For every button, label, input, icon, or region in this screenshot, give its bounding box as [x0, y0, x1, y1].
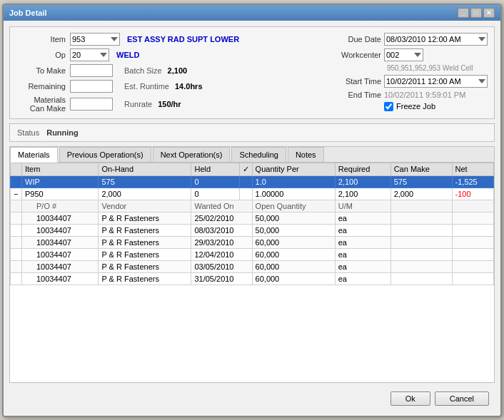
col-item: Item — [22, 163, 99, 175]
close-button[interactable]: ✕ — [483, 8, 495, 18]
freeze-job-label: Freeze Job — [396, 102, 435, 111]
um-cell: ea — [335, 212, 390, 224]
due-date-label: Due Date — [331, 35, 381, 43]
tab-next-ops[interactable]: Next Operation(s) — [153, 147, 231, 162]
open-qty-cell: 50,000 — [252, 212, 335, 224]
um-cell: ea — [335, 260, 390, 272]
sub-col-open-qty: Open Quantity — [252, 200, 335, 212]
materials-table: Item On-Hand Held ✓ Quantity Per Require… — [10, 163, 494, 285]
sub-col-vendor: Vendor — [99, 200, 191, 212]
remaining-input[interactable]: 2100 — [70, 80, 113, 93]
col-on-hand: On-Hand — [99, 163, 191, 175]
workcenter-note: 950,951,952,953 Weld Cell — [387, 64, 473, 72]
cancel-button[interactable]: Cancel — [435, 391, 489, 406]
table-header-row: Item On-Hand Held ✓ Quantity Per Require… — [11, 163, 494, 175]
end-time-value: 10/02/2011 9:59:01 PM — [384, 91, 465, 99]
wanted-cell: 31/05/2010 — [191, 272, 252, 285]
to-make-row: To Make 2100 Batch Size 2,100 — [16, 64, 317, 77]
held-cell: 0 — [191, 188, 239, 200]
materials-input[interactable]: 575 — [70, 98, 113, 111]
col-can-make: Can Make — [390, 163, 452, 175]
materials-row: Materials Can Make 575 Runrate 150/hr — [16, 96, 317, 113]
table-row[interactable]: 10034407 P & R Fasteners 08/03/2010 50,0… — [11, 224, 494, 236]
maximize-button[interactable]: □ — [470, 8, 482, 18]
item-select[interactable]: 953 — [70, 33, 120, 46]
status-label: Status — [17, 128, 39, 137]
materials-table-container: Item On-Hand Held ✓ Quantity Per Require… — [10, 163, 494, 382]
table-row[interactable]: 10034407 P & R Fasteners 25/02/2010 50,0… — [11, 212, 494, 224]
vendor-cell: P & R Fasteners — [99, 224, 191, 236]
po-cell: 10034407 — [22, 236, 99, 248]
col-expand — [11, 163, 22, 175]
runrate-info: Runrate 150/hr — [124, 100, 181, 108]
workcenter-label: Workcenter — [331, 51, 381, 59]
um-cell: ea — [335, 224, 390, 236]
table-row[interactable]: 10034407 P & R Fasteners 03/05/2010 60,0… — [11, 260, 494, 272]
title-bar: Job Detail _ □ ✕ — [4, 5, 500, 21]
tabs-header: Materials Previous Operation(s) Next Ope… — [10, 147, 494, 163]
due-date-row: Due Date 08/03/2010 12:00 AM — [331, 33, 488, 46]
runrate-value: 150/hr — [158, 100, 181, 108]
batch-size-row: Batch Size 2,100 — [124, 66, 187, 75]
tab-prev-ops[interactable]: Previous Operation(s) — [59, 147, 151, 162]
item-cell: P950 — [22, 188, 99, 200]
po-cell: 10034407 — [22, 260, 99, 272]
table-row[interactable]: 10034407 P & R Fasteners 12/04/2010 60,0… — [11, 248, 494, 260]
batch-size-label: Batch Size — [124, 66, 162, 75]
tabs-section: Materials Previous Operation(s) Next Ope… — [9, 146, 495, 383]
status-bar: Status Running — [9, 123, 495, 142]
right-fields: Due Date 08/03/2010 12:00 AM Workcenter … — [331, 33, 488, 113]
net-cell: -100 — [452, 188, 493, 200]
table-row[interactable]: WIP 575 0 1.0 2,100 575 -1,525 — [11, 175, 494, 188]
tab-notes[interactable]: Notes — [288, 147, 324, 162]
batch-size-value: 2,100 — [168, 66, 188, 75]
item-row: Item 953 EST ASSY RAD SUPT LOWER — [16, 33, 317, 46]
due-date-select[interactable]: 08/03/2010 12:00 AM — [384, 33, 488, 46]
to-make-input[interactable]: 2100 — [70, 64, 113, 77]
table-row[interactable]: 10034407 P & R Fasteners 29/03/2010 60,0… — [11, 236, 494, 248]
po-cell: 10034407 — [22, 272, 99, 285]
freeze-job-checkbox[interactable] — [384, 102, 393, 111]
job-detail-window: Job Detail _ □ ✕ Item 953 EST ASSY RAD S… — [2, 4, 502, 417]
main-content: Item 953 EST ASSY RAD SUPT LOWER Op 20 W… — [4, 21, 500, 416]
minimize-button[interactable]: _ — [458, 8, 469, 18]
item-label: Item — [16, 35, 66, 43]
remaining-label: Remaining — [16, 82, 66, 91]
table-row[interactable]: − P950 2,000 0 1.00000 2,100 2,000 -100 — [11, 188, 494, 200]
op-select[interactable]: 20 — [70, 48, 109, 61]
expand-cell[interactable]: − — [11, 188, 22, 200]
required-cell: 2,100 — [335, 188, 390, 200]
op-row: Op 20 WELD — [16, 48, 317, 61]
net-cell: -1,525 — [452, 175, 493, 188]
footer: Ok Cancel — [9, 387, 495, 410]
end-time-label: End Time — [331, 91, 381, 99]
qty-per-cell: 1.00000 — [252, 188, 335, 200]
held-cell: 0 — [191, 175, 239, 188]
workcenter-select[interactable]: 002 — [384, 48, 423, 61]
runrate-label: Runrate — [124, 100, 152, 108]
um-cell: ea — [335, 236, 390, 248]
est-runtime-label: Est. Runtime — [124, 82, 169, 91]
po-cell: 10034407 — [22, 224, 99, 236]
tab-scheduling[interactable]: Scheduling — [231, 147, 286, 162]
title-bar-controls: _ □ ✕ — [458, 8, 495, 18]
open-qty-cell: 60,000 — [252, 272, 335, 285]
check-cell — [239, 175, 252, 188]
sub-col-po: P/O # — [22, 200, 99, 212]
required-cell: 2,100 — [335, 175, 390, 188]
ok-button[interactable]: Ok — [390, 391, 430, 406]
start-time-label: Start Time — [331, 77, 381, 86]
expand-cell — [11, 175, 22, 188]
sub-col-wanted: Wanted On — [191, 200, 252, 212]
start-time-select[interactable]: 10/02/2011 12:00 AM — [384, 75, 488, 88]
workcenter-row: Workcenter 002 — [331, 48, 488, 61]
vendor-cell: P & R Fasteners — [99, 248, 191, 260]
tab-materials[interactable]: Materials — [10, 147, 58, 163]
vendor-cell: P & R Fasteners — [99, 236, 191, 248]
po-cell: 10034407 — [22, 248, 99, 260]
vendor-cell: P & R Fasteners — [99, 260, 191, 272]
op-description: WELD — [116, 51, 139, 59]
um-cell: ea — [335, 272, 390, 285]
check-cell — [239, 188, 252, 200]
table-row[interactable]: 10034407 P & R Fasteners 31/05/2010 60,0… — [11, 272, 494, 285]
